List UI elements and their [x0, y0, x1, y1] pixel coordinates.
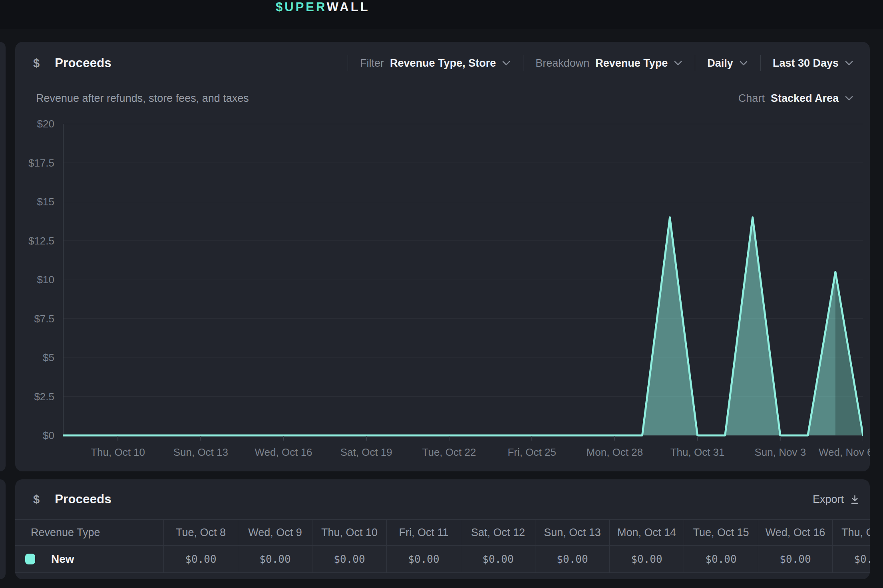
divider	[695, 55, 695, 71]
table-header-row: Revenue TypeTue, Oct 8Wed, Oct 9Thu, Oct…	[15, 519, 870, 546]
adjacent-card-edge-top	[0, 42, 6, 471]
proceeds-chart-card: $ Proceeds Filter Revenue Type, Store Br…	[15, 42, 870, 471]
y-axis-label: $0	[43, 429, 54, 442]
y-axis-label: $7.5	[34, 312, 54, 325]
chart-type-value: Stacked Area	[771, 92, 839, 105]
logo-suffix: WALL	[327, 0, 370, 14]
chevron-down-icon	[501, 60, 511, 66]
table-column-header: Wed, Oct 9	[238, 520, 312, 545]
filter-label: Filter	[360, 57, 384, 70]
x-axis-label: Fri, Oct 25	[507, 446, 556, 459]
divider	[348, 55, 348, 71]
chevron-down-icon	[739, 60, 748, 66]
table-cell-value: $0.00	[163, 546, 238, 572]
y-axis-label: $5	[43, 352, 54, 364]
chart-type-dropdown[interactable]: Chart Stacked Area	[738, 92, 854, 105]
table-column-header: Thu, Oct 10	[312, 520, 386, 545]
chevron-down-icon	[844, 60, 854, 66]
superwall-logo: $UPERWALL	[276, 0, 370, 14]
export-button[interactable]: Export	[813, 493, 860, 506]
area-fill	[63, 217, 863, 435]
table-column-header: Tue, Oct 8	[163, 520, 238, 545]
chart-subtitle: Revenue after refunds, store fees, and t…	[36, 92, 249, 105]
y-axis-label: $12.5	[28, 234, 54, 247]
filter-value: Revenue Type, Store	[390, 57, 496, 70]
x-axis-label: Thu, Oct 31	[670, 446, 725, 459]
y-axis-label: $17.5	[28, 157, 54, 169]
breakdown-label: Breakdown	[535, 57, 589, 70]
y-axis-label: $2.5	[34, 390, 54, 403]
revenue-type-label: New	[51, 553, 74, 566]
table-column-header: Fri, Oct 11	[386, 520, 461, 545]
table-cell-value: $0.00	[461, 546, 535, 572]
dollar-icon: $	[33, 57, 40, 70]
table-column-header: Sat, Oct 12	[461, 520, 535, 545]
table-row: New$0.00$0.00$0.00$0.00$0.00$0.00$0.00$0…	[15, 546, 870, 573]
x-axis-label: Wed, Nov 6	[819, 446, 870, 459]
table-cell-value: $0.00	[609, 546, 684, 572]
download-icon	[849, 494, 860, 505]
chart-subheader: Revenue after refunds, store fees, and t…	[15, 84, 870, 112]
x-axis-label: Sat, Oct 19	[340, 446, 392, 459]
date-range-value: Last 30 Days	[773, 57, 839, 70]
table-column-header: Tue, Oct 15	[684, 520, 758, 545]
superwall-dashboard: $UPERWALL $ Proceeds Filter Revenue Type…	[0, 0, 883, 588]
table-card-header: $ Proceeds Export	[15, 479, 870, 519]
top-bar: $UPERWALL	[0, 0, 883, 29]
granularity-dropdown[interactable]: Daily	[707, 57, 748, 70]
table-column-header: Mon, Oct 14	[609, 520, 684, 545]
date-range-dropdown[interactable]: Last 30 Days	[773, 57, 854, 70]
x-axis-label: Sun, Nov 3	[754, 446, 806, 459]
series-color-swatch	[25, 554, 35, 564]
table-column-header: Thu, Oct 17	[832, 520, 870, 545]
filter-dropdown[interactable]: Filter Revenue Type, Store	[360, 57, 511, 70]
y-axis-label: $15	[37, 196, 54, 208]
chart-controls: Filter Revenue Type, Store Breakdown Rev…	[336, 55, 854, 71]
table-column-header-revenue-type: Revenue Type	[15, 520, 163, 545]
y-axis-label: $10	[37, 274, 54, 286]
chart-card-header: $ Proceeds Filter Revenue Type, Store Br…	[15, 42, 870, 84]
chart-card-title: Proceeds	[55, 56, 111, 70]
chart-type-label: Chart	[738, 92, 765, 105]
table-cell-value: $0.00	[386, 546, 461, 572]
table-column-header: Sun, Oct 13	[535, 520, 609, 545]
divider	[523, 55, 523, 71]
table-column-header: Wed, Oct 16	[758, 520, 832, 545]
breakdown-dropdown[interactable]: Breakdown Revenue Type	[535, 57, 683, 70]
table-cell-value: $0.00	[684, 546, 758, 572]
x-axis-label: Tue, Oct 22	[422, 446, 476, 459]
divider	[760, 55, 761, 71]
table-cell-value: $0.00	[312, 546, 386, 572]
x-axis-label: Thu, Oct 10	[91, 446, 145, 459]
table-cell-value: $0.00	[535, 546, 609, 572]
dollar-icon: $	[33, 493, 40, 506]
adjacent-card-edge-bottom	[0, 479, 6, 579]
chevron-down-icon	[673, 60, 683, 66]
table-cell-revenue-type: New	[15, 546, 163, 572]
logo-prefix: $UPER	[276, 0, 327, 14]
table-cell-value: $0.00	[758, 546, 832, 572]
x-axis-label: Sun, Oct 13	[173, 446, 228, 459]
export-label: Export	[813, 493, 844, 506]
x-axis: Thu, Oct 10Sun, Oct 13Wed, Oct 16Sat, Oc…	[63, 446, 863, 463]
x-axis-label: Wed, Oct 16	[255, 446, 312, 459]
proceeds-table: Revenue TypeTue, Oct 8Wed, Oct 9Thu, Oct…	[15, 519, 870, 573]
breakdown-value: Revenue Type	[595, 57, 668, 70]
chevron-down-icon	[844, 95, 854, 101]
proceeds-table-card: $ Proceeds Export Revenue TypeTue, Oct 8…	[15, 479, 870, 579]
stacked-area-chart[interactable]	[63, 124, 863, 443]
table-cell-value: $0.00	[832, 546, 870, 572]
granularity-value: Daily	[707, 57, 733, 70]
x-axis-label: Mon, Oct 28	[587, 446, 643, 459]
y-axis: $20$17.5$15$12.5$10$7.5$5$2.5$0	[15, 124, 54, 435]
table-cell-value: $0.00	[238, 546, 312, 572]
table-card-title: Proceeds	[55, 492, 111, 507]
y-axis-label: $20	[37, 118, 54, 130]
